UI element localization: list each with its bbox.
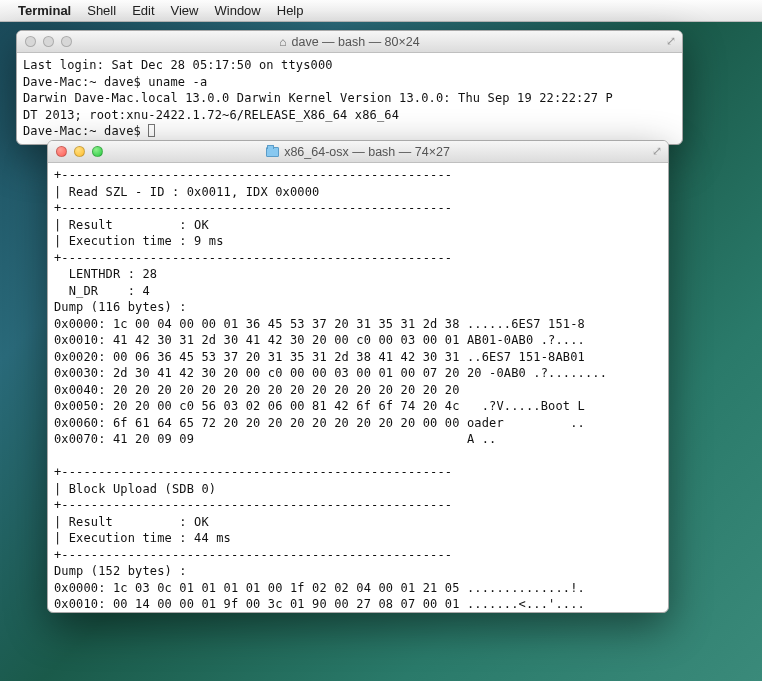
term-line: Darwin Dave-Mac.local 13.0.0 Darwin Kern…: [23, 91, 613, 105]
window-controls: [25, 36, 72, 47]
minimize-button[interactable]: [74, 146, 85, 157]
title-text: x86_64-osx — bash — 74×27: [284, 145, 450, 159]
window-controls: [56, 146, 103, 157]
terminal-window-2[interactable]: x86_64-osx — bash — 74×27 ⤢ +-----------…: [47, 140, 669, 613]
folder-icon: [266, 147, 279, 157]
title-text: dave — bash — 80×24: [292, 35, 420, 49]
expand-icon[interactable]: ⤢: [652, 144, 662, 158]
menubar: Terminal Shell Edit View Window Help: [0, 0, 762, 22]
cursor: [148, 124, 155, 137]
titlebar[interactable]: ⌂ dave — bash — 80×24 ⤢: [17, 31, 682, 53]
menu-window[interactable]: Window: [215, 3, 261, 18]
menu-shell[interactable]: Shell: [87, 3, 116, 18]
term-line: Dave-Mac:~ dave$: [23, 124, 148, 138]
terminal-window-1[interactable]: ⌂ dave — bash — 80×24 ⤢ Last login: Sat …: [16, 30, 683, 145]
menu-edit[interactable]: Edit: [132, 3, 154, 18]
zoom-button[interactable]: [92, 146, 103, 157]
menu-help[interactable]: Help: [277, 3, 304, 18]
home-icon: ⌂: [279, 35, 286, 49]
minimize-button[interactable]: [43, 36, 54, 47]
terminal-content[interactable]: Last login: Sat Dec 28 05:17:50 on ttys0…: [17, 53, 682, 144]
menu-view[interactable]: View: [171, 3, 199, 18]
window-title: x86_64-osx — bash — 74×27: [48, 145, 668, 159]
menu-terminal[interactable]: Terminal: [18, 3, 71, 18]
titlebar[interactable]: x86_64-osx — bash — 74×27 ⤢: [48, 141, 668, 163]
term-line: Dave-Mac:~ dave$ uname -a: [23, 75, 207, 89]
zoom-button[interactable]: [61, 36, 72, 47]
terminal-content[interactable]: +---------------------------------------…: [48, 163, 668, 613]
term-line: Last login: Sat Dec 28 05:17:50 on ttys0…: [23, 58, 333, 72]
expand-icon[interactable]: ⤢: [666, 34, 676, 48]
term-line: DT 2013; root:xnu-2422.1.72~6/RELEASE_X8…: [23, 108, 399, 122]
close-button[interactable]: [25, 36, 36, 47]
window-title: ⌂ dave — bash — 80×24: [17, 35, 682, 49]
close-button[interactable]: [56, 146, 67, 157]
